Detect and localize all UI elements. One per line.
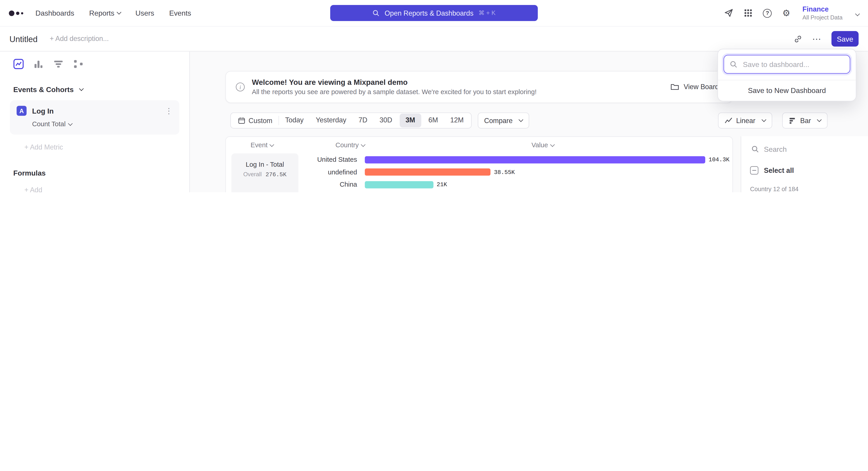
search-shortcut: ⌘ + K [478,9,496,17]
select-all-label: Select all [764,167,794,174]
query-builder-sidebar: Events & Cohorts A Log In ⋮ Count Total … [0,52,190,192]
chevron-down-icon [550,142,555,147]
compare-button[interactable]: Compare [477,112,529,128]
bar[interactable] [365,181,433,188]
date-range-7d[interactable]: 7D [352,114,373,127]
search-icon [373,9,380,17]
chevron-down-icon [361,142,366,147]
chevron-down-icon [761,117,766,122]
project-selector[interactable]: Finance All Project Data [802,6,842,20]
report-type-tabs [0,52,189,75]
chevron-down-icon [855,11,860,16]
nav-reports[interactable]: Reports [89,9,121,17]
main-nav: Dashboards Reports Users Events [35,9,191,17]
tab-bar-chart-icon[interactable] [33,59,44,69]
link-icon[interactable] [794,35,802,43]
global-search-label: Open Reports & Dashboards [385,9,473,17]
line-chart-icon [724,117,732,124]
chart-row: China21K [226,178,733,191]
chevron-down-icon [79,86,84,91]
project-name: Finance [802,6,842,13]
gear-icon[interactable]: ⚙ [782,8,790,18]
chart-controls: Custom TodayYesterday7D30D3M6M12M Compar… [230,112,828,128]
chevron-down-icon [68,121,72,126]
add-description[interactable]: + Add description... [50,35,109,42]
column-header-country[interactable]: Country [298,137,365,153]
app-root: Dashboards Reports Users Events Open Rep… [0,0,868,192]
tab-funnel-icon[interactable] [53,59,64,69]
global-search-button[interactable]: Open Reports & Dashboards ⌘ + K [330,5,538,21]
country-label: undefined [226,168,365,176]
chart-type-selector[interactable]: Bar [782,112,828,128]
segment-search-placeholder: Search [764,145,787,153]
formulas-section-header: Formulas [13,169,176,177]
metric-card[interactable]: A Log In ⋮ Count Total [10,100,179,135]
folder-icon [671,83,679,91]
event-badge: A [17,106,26,116]
apps-grid-icon[interactable] [744,9,752,17]
save-dashboard-search-input[interactable] [742,59,844,69]
select-all-row[interactable]: Select all [748,166,861,175]
chevron-down-icon [116,10,121,14]
add-formula-button[interactable]: + Add [24,186,176,192]
save-button[interactable]: Save [831,31,859,47]
nav-events[interactable]: Events [169,9,191,17]
date-range-3m[interactable]: 3M [399,114,421,127]
search-icon [730,60,737,68]
bar[interactable] [365,169,491,176]
tab-insights-icon[interactable] [13,59,24,69]
date-range-30d[interactable]: 30D [373,114,398,127]
column-header-value[interactable]: Value [373,137,713,153]
chart-row: Japan13.34K [226,191,733,192]
metric-name[interactable]: Log In [32,107,54,115]
nav-dashboards[interactable]: Dashboards [35,9,74,17]
segment-search[interactable]: Search [748,141,861,157]
calendar-icon [238,117,245,124]
segment-filter-panel: Search Select all Country 12 of 184 Unit… [741,136,868,192]
chevron-down-icon [817,117,822,122]
top-nav: Dashboards Reports Users Events Open Rep… [0,0,868,27]
info-icon: i [236,83,245,91]
demo-banner: i Welcome! You are viewing a Mixpanel de… [225,71,733,103]
column-header-event[interactable]: Event [226,137,298,153]
bar-value: 104.3K [709,156,730,163]
date-range-6m[interactable]: 6M [422,114,444,127]
bar[interactable] [365,156,705,163]
save-to-new-dashboard-item[interactable]: Save to New Dashboard [718,80,856,101]
aggregation-selector[interactable]: Count Total [32,120,173,128]
nav-users[interactable]: Users [135,9,154,17]
scale-selector[interactable]: Linear [718,112,772,128]
date-range-today[interactable]: Today [279,114,310,127]
chart-row: undefined38.55K [226,166,733,178]
tab-flows-icon[interactable] [73,59,84,69]
mixpanel-logo-icon[interactable] [9,8,23,18]
nav-right-cluster: ? ⚙ Finance All Project Data [724,6,859,20]
country-label: China [226,181,365,188]
kebab-menu-icon[interactable]: ⋮ [165,107,173,115]
more-options-icon[interactable]: ⋯ [812,33,822,44]
invite-icon[interactable] [724,8,734,18]
bar-value: 21K [437,181,447,188]
view-boards-button[interactable]: View Boards [671,83,722,91]
date-range-custom[interactable]: Custom [232,117,278,124]
chevron-down-icon [270,142,274,147]
bar-value: 38.55K [494,169,515,175]
add-metric-button[interactable]: + Add Metric [24,143,176,151]
bar-chart-icon [789,117,796,124]
chart-rows: United States104.3Kundefined38.55KChina2… [226,153,733,192]
checkbox-indeterminate[interactable] [750,166,758,175]
report-header: Untitled + Add description... ⋯ Save [0,27,868,52]
country-label: United States [226,156,365,164]
save-dashboard-popover: Save to New Dashboard [717,49,857,101]
chevron-down-icon [519,117,523,122]
date-range-12m[interactable]: 12M [444,114,470,127]
events-section-header[interactable]: Events & Cohorts [13,85,176,94]
help-icon[interactable]: ? [763,8,772,18]
report-title[interactable]: Untitled [9,34,38,44]
save-dashboard-search[interactable] [723,55,850,73]
date-range-yesterday[interactable]: Yesterday [310,114,352,127]
chart-row: United States104.3K [226,153,733,166]
country-list-header: Country 12 of 184 [748,185,861,192]
search-icon [751,145,759,153]
bar-chart-card: Event Country Value Log In - Total Overa… [225,136,733,192]
